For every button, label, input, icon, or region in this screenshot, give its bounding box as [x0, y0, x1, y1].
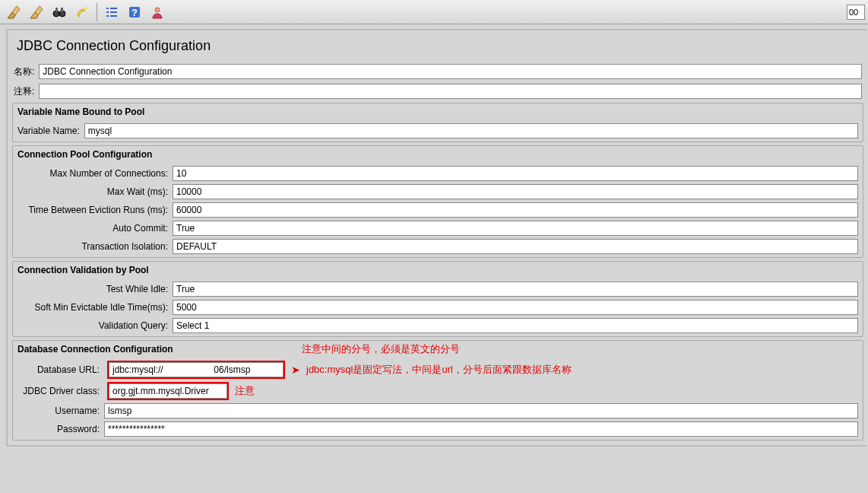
- toolbar-btn-sweep-icon[interactable]: [71, 2, 93, 22]
- password-label: Password:: [17, 424, 101, 434]
- var-name-input[interactable]: [84, 123, 858, 138]
- section-conn-valid: Connection Validation by Pool Test While…: [12, 261, 863, 337]
- auto-commit-input[interactable]: [173, 221, 858, 236]
- time-evict-input[interactable]: [173, 202, 858, 218]
- svg-rect-2: [55, 8, 58, 12]
- toolbar-btn-binoculars-icon[interactable]: [49, 2, 70, 22]
- username-input[interactable]: [104, 403, 858, 418]
- max-conn-input[interactable]: [173, 166, 858, 181]
- driver-label: JDBC Driver class:: [17, 386, 101, 396]
- soft-min-input[interactable]: [173, 300, 858, 315]
- page-title: JDBC Connection Configuration: [9, 32, 866, 62]
- svg-rect-7: [106, 11, 109, 13]
- name-label: 名称:: [14, 65, 34, 78]
- db-url-highlight: [107, 361, 285, 379]
- comments-input[interactable]: [39, 84, 862, 99]
- comments-row: 注释:: [9, 81, 866, 101]
- comments-label: 注释:: [14, 85, 34, 98]
- name-input[interactable]: [39, 64, 862, 79]
- valid-query-label: Validation Query:: [17, 320, 169, 331]
- toolbar: ? 00: [0, 0, 868, 24]
- toolbar-btn-broom2-icon[interactable]: [26, 2, 47, 22]
- svg-rect-6: [110, 8, 117, 9]
- annotation-top: 注意中间的分号，必须是英文的分号: [302, 342, 460, 356]
- toolbar-btn-broom1-icon[interactable]: [3, 2, 24, 22]
- driver-highlight: [107, 382, 229, 400]
- svg-point-4: [84, 7, 87, 10]
- svg-rect-10: [110, 15, 117, 17]
- svg-rect-3: [61, 8, 63, 12]
- tx-iso-input[interactable]: [173, 239, 858, 254]
- max-wait-label: Max Wait (ms):: [17, 186, 169, 197]
- svg-rect-8: [110, 11, 117, 13]
- section-var-pool-title: Variable Name Bound to Pool: [13, 103, 863, 120]
- annotation-driver: 注意: [235, 384, 255, 398]
- section-conn-pool: Connection Pool Configuration Max Number…: [12, 145, 863, 258]
- section-db-conn: Database Connection Configuration 注意中间的分…: [12, 340, 863, 441]
- svg-text:?: ?: [131, 7, 138, 18]
- toolbar-btn-list-icon[interactable]: [101, 2, 122, 22]
- section-var-pool: Variable Name Bound to Pool Variable Nam…: [12, 103, 863, 142]
- valid-query-input[interactable]: [173, 318, 858, 333]
- toolbar-btn-user-icon[interactable]: [147, 2, 168, 22]
- test-idle-label: Test While Idle:: [17, 284, 169, 294]
- counter-value: 00: [849, 8, 858, 17]
- soft-min-label: Soft Min Evictable Idle Time(ms):: [17, 302, 169, 313]
- section-conn-valid-title: Connection Validation by Pool: [13, 262, 863, 278]
- annotation-url: jdbc:mysql是固定写法，中间是url，分号后面紧跟数据库名称: [306, 363, 572, 377]
- main-panel: JDBC Connection Configuration 名称: 注释: Va…: [6, 29, 866, 447]
- svg-point-13: [155, 8, 160, 12]
- tx-iso-label: Transaction Isolation:: [17, 241, 169, 252]
- db-url-label: Database URL:: [17, 364, 101, 375]
- var-name-label: Variable Name:: [17, 126, 81, 136]
- svg-rect-9: [106, 15, 109, 17]
- db-url-input[interactable]: [109, 362, 284, 377]
- name-row: 名称:: [9, 62, 866, 81]
- toolbar-btn-help-icon[interactable]: ?: [124, 2, 145, 22]
- counter-field[interactable]: 00: [847, 5, 865, 20]
- section-conn-pool-title: Connection Pool Configuration: [13, 146, 863, 163]
- var-name-row: Variable Name:: [14, 122, 861, 140]
- arrow-icon: ➤: [291, 364, 300, 376]
- driver-input[interactable]: [109, 383, 227, 399]
- svg-rect-5: [106, 8, 109, 9]
- password-input[interactable]: [104, 421, 858, 437]
- test-idle-input[interactable]: [173, 281, 858, 297]
- max-wait-input[interactable]: [173, 184, 858, 199]
- username-label: Username:: [17, 406, 101, 416]
- max-conn-label: Max Number of Connections:: [17, 168, 169, 179]
- time-evict-label: Time Between Eviction Runs (ms):: [17, 205, 169, 215]
- auto-commit-label: Auto Commit:: [17, 223, 169, 234]
- toolbar-separator: [97, 3, 97, 21]
